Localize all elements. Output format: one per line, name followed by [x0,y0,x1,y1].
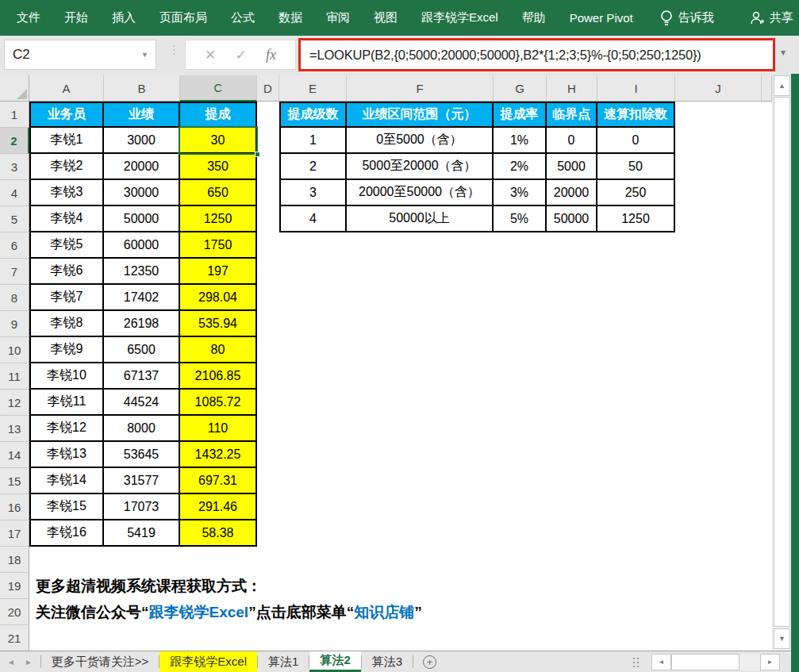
table1-cell-B7[interactable]: 12350 [104,259,180,285]
table1-cell-B14[interactable]: 53645 [104,442,180,468]
table1-cell-C10[interactable]: 80 [180,337,257,363]
table1-cell-A4[interactable]: 李锐3 [29,180,104,206]
table1-cell-C13[interactable]: 110 [180,416,257,442]
sheet-tab-3[interactable]: 算法1 [258,651,309,672]
table1-cell-A8[interactable]: 李锐7 [29,285,104,311]
table1-cell-C2[interactable]: 30 [180,128,257,154]
share-button[interactable]: 共享 [770,10,793,25]
scroll-up-icon[interactable]: ▲ [774,75,790,96]
table1-cell-A6[interactable]: 李锐5 [29,232,104,259]
table1-cell-A3[interactable]: 李锐2 [29,154,104,180]
ribbon-tab-2[interactable]: 插入 [100,0,148,36]
row-header-20[interactable]: 20 [0,599,29,625]
column-header-B[interactable]: B [104,75,180,102]
row-header-9[interactable]: 9 [0,311,29,337]
row-header-15[interactable]: 15 [0,468,29,494]
row-header-5[interactable]: 5 [0,206,29,232]
ribbon-tab-file[interactable]: 文件 [0,0,52,36]
table1-cell-B12[interactable]: 44524 [104,390,180,416]
row-header-11[interactable]: 11 [0,363,29,390]
horizontal-scrollbar-track[interactable] [671,654,760,670]
ribbon-tab-10[interactable]: Power Pivot [558,0,645,36]
ribbon-tab-4[interactable]: 公式 [219,0,267,36]
table1-cell-C11[interactable]: 2106.85 [180,363,257,390]
table1-cell-C14[interactable]: 1432.25 [180,442,257,468]
table2-cell-F3[interactable]: 5000至20000（含） [347,154,494,180]
table1-cell-C16[interactable]: 291.46 [180,494,257,520]
new-sheet-button[interactable]: + [413,651,446,672]
ribbon-tab-1[interactable]: 开始 [52,0,100,36]
table2-cell-F5[interactable]: 50000以上 [347,206,494,232]
table2-cell-I3[interactable]: 50 [597,154,675,180]
table1-cell-C4[interactable]: 650 [180,180,257,206]
table1-cell-A15[interactable]: 李锐14 [29,468,104,494]
table2-cell-E4[interactable]: 3 [279,180,347,206]
ribbon-tab-9[interactable]: 帮助 [510,0,558,36]
cancel-icon[interactable]: ✕ [205,47,216,63]
table2-cell-H3[interactable]: 5000 [547,154,597,180]
table1-cell-A16[interactable]: 李锐15 [29,494,104,520]
table1-cell-A7[interactable]: 李锐6 [29,259,104,285]
table1-cell-B17[interactable]: 5419 [104,520,180,547]
row-header-6[interactable]: 6 [0,232,29,259]
insert-function-icon[interactable]: fx [266,47,276,63]
sheet-tab-5[interactable]: 算法3 [362,651,413,672]
table1-cell-A9[interactable]: 李锐8 [29,311,104,337]
table1-cell-B8[interactable]: 17402 [104,285,180,311]
sheet-tab-1[interactable]: 更多干货请关注>> [41,651,159,672]
table2-cell-F4[interactable]: 20000至50000（含） [347,180,494,206]
table2-cell-G2[interactable]: 1% [494,128,547,154]
table1-cell-C5[interactable]: 1250 [180,206,257,232]
horizontal-scrollbar[interactable]: ◄ ► [632,654,780,670]
scroll-right-icon[interactable]: ► [760,654,780,670]
table1-cell-C8[interactable]: 298.04 [180,285,257,311]
table1-cell-C6[interactable]: 1750 [180,232,257,259]
horizontal-scrollbar-thumb[interactable] [671,654,739,670]
scrollbar-resize-gripper[interactable] [632,657,640,668]
row-header-1[interactable]: 1 [0,102,29,128]
column-header-J[interactable]: J [675,75,762,102]
ribbon-tab-3[interactable]: 页面布局 [148,0,219,36]
column-header-H[interactable]: H [547,75,597,102]
table1-cell-C9[interactable]: 535.94 [180,311,257,337]
row-header-13[interactable]: 13 [0,416,29,442]
row-header-8[interactable]: 8 [0,285,29,311]
table2-cell-F2[interactable]: 0至5000（含） [347,128,494,154]
row-header-10[interactable]: 10 [0,337,29,363]
row-header-12[interactable]: 12 [0,390,29,416]
table1-cell-B9[interactable]: 26198 [104,311,180,337]
table1-cell-B11[interactable]: 67137 [104,363,180,390]
table1-cell-B2[interactable]: 3000 [104,128,180,154]
tell-me-button[interactable]: 告诉我 [678,10,714,25]
ribbon-tab-5[interactable]: 数据 [267,0,314,36]
table2-cell-E3[interactable]: 2 [279,154,347,180]
row-header-7[interactable]: 7 [0,259,29,285]
table1-cell-B16[interactable]: 17073 [104,494,180,520]
table1-cell-A17[interactable]: 李锐16 [29,520,104,547]
row-header-3[interactable]: 3 [0,154,29,180]
table2-cell-E5[interactable]: 4 [279,206,347,232]
name-box-dropdown-icon[interactable]: ▼ [141,51,148,59]
table1-cell-B3[interactable]: 20000 [104,154,180,180]
table2-cell-G3[interactable]: 2% [494,154,547,180]
sheet-nav-left-icon[interactable]: ◄ [7,658,15,666]
table1-cell-A10[interactable]: 李锐9 [29,337,104,363]
sheet-tab-4[interactable]: 算法2 [309,651,360,672]
select-all-corner[interactable] [0,75,29,102]
table1-cell-A14[interactable]: 李锐13 [29,442,104,468]
column-header-G[interactable]: G [494,75,547,102]
name-box[interactable]: C2 ▼ [4,40,156,70]
scroll-left-icon[interactable]: ◄ [651,654,671,670]
table1-cell-B5[interactable]: 50000 [104,206,180,232]
row-header-2[interactable]: 2 [0,128,29,154]
table1-cell-B4[interactable]: 30000 [104,180,180,206]
row-header-16[interactable]: 16 [0,494,29,520]
table1-cell-B6[interactable]: 60000 [104,232,180,259]
vertical-scrollbar-thumb[interactable] [774,97,790,627]
table2-cell-G5[interactable]: 5% [494,206,547,232]
table1-cell-C7[interactable]: 197 [180,259,257,285]
column-header-C[interactable]: C [180,75,257,102]
scroll-down-icon[interactable]: ▼ [774,628,790,649]
table1-cell-C15[interactable]: 697.31 [180,468,257,494]
table1-cell-A5[interactable]: 李锐4 [29,206,104,232]
